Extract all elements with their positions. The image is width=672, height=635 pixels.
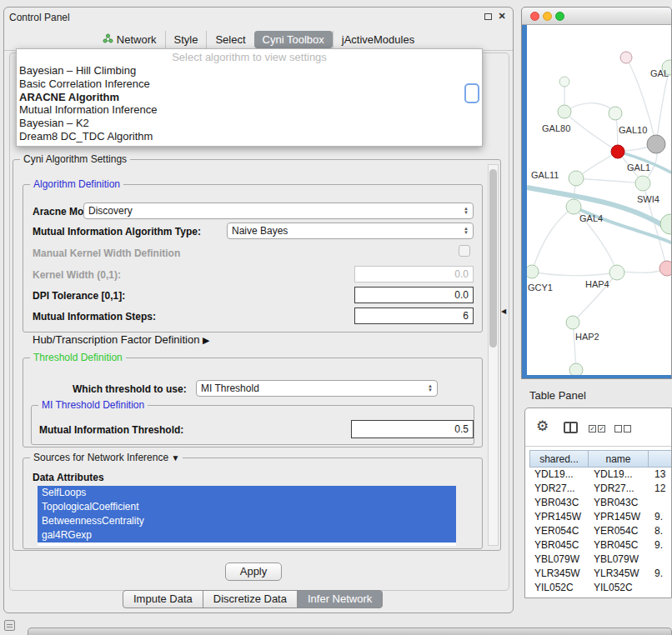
table-row[interactable]: YBR043C YBR043C — [530, 496, 672, 510]
collapsed-bottom-panel-bar[interactable] — [28, 628, 672, 635]
table-panel-window: ⚙ ✓✓ shared... name YDL19... YDL19... 13… — [524, 408, 672, 598]
cell-value: 9. — [650, 567, 672, 581]
table-row[interactable]: YDR27... YDR27... 12 — [530, 482, 672, 496]
algorithm-option-selected[interactable]: ARACNE Algorithm — [17, 91, 482, 104]
columns-icon[interactable] — [564, 422, 578, 433]
node-label: GAL4 — [579, 213, 603, 223]
tab-cyni-toolbox-label: Cyni Toolbox — [263, 33, 324, 46]
network-window-titlebar[interactable] — [522, 8, 671, 25]
network-node[interactable] — [609, 265, 624, 280]
network-node[interactable] — [566, 199, 581, 214]
hub-section-label: Hub/Transcription Factor Definition — [33, 333, 199, 346]
cell-shared-name: YBL079W — [530, 552, 589, 567]
deselect-all-checks-icon[interactable] — [614, 425, 631, 432]
tab-jactivemodules-label: jActiveModules — [342, 33, 414, 46]
algorithm-option[interactable]: Mutual Information Inference — [17, 103, 482, 117]
attribute-item-selected[interactable]: gal4RGexp — [38, 528, 456, 542]
table-panel-title: Table Panel — [529, 389, 586, 402]
splitter-collapse-icon[interactable]: ◀ — [501, 308, 506, 315]
select-all-checks-icon[interactable]: ✓✓ — [589, 425, 605, 432]
cell-shared-name: YBR043C — [530, 496, 589, 510]
kernel-width-field[interactable]: 0.0 — [354, 266, 474, 282]
column-header-shared-name[interactable]: shared... — [529, 450, 589, 468]
network-node[interactable] — [569, 363, 583, 375]
apply-button[interactable]: Apply — [225, 562, 282, 581]
show-panel-icon[interactable] — [4, 620, 15, 631]
zoom-traffic-light-icon[interactable] — [555, 12, 564, 21]
column-header-name[interactable]: name — [588, 450, 649, 468]
table-row[interactable]: YIL052C YIL052C — [530, 581, 672, 595]
attribute-item-selected[interactable]: TopologicalCoefficient — [38, 500, 456, 514]
attribute-item-selected[interactable]: SelfLoops — [38, 486, 456, 500]
tab-infer-network[interactable]: Infer Network — [297, 590, 383, 608]
chevron-down-icon: ▼ — [171, 453, 179, 462]
hub-section-header[interactable]: Hub/Transcription Factor Definition ▶ — [33, 333, 209, 346]
network-node[interactable] — [559, 77, 569, 87]
cell-value — [650, 581, 672, 595]
manual-kernel-width-label: Manual Kernel Width Definition — [33, 248, 180, 259]
mi-algorithm-type-select[interactable]: Naive Bayes ▲▼ — [227, 222, 474, 239]
which-threshold-select[interactable]: MI Threshold ▲▼ — [196, 380, 438, 397]
close-traffic-light-icon[interactable] — [530, 12, 539, 21]
network-node[interactable] — [569, 171, 584, 186]
algorithm-option[interactable]: Dream8 DC_TDC Algorithm — [17, 130, 482, 143]
tab-impute-data[interactable]: Impute Data — [123, 590, 203, 608]
network-canvas[interactable]: GAL GAL80 GAL10 GAL11 GAL1 SWI4 GAL4 GCY… — [527, 25, 672, 375]
table-row[interactable]: YBL079W YBL079W — [530, 552, 672, 567]
table-row[interactable]: YER054C YER054C 8. — [530, 524, 672, 538]
data-attributes-list[interactable]: SelfLoops TopologicalCoefficient Between… — [38, 486, 456, 546]
column-header-truncated[interactable] — [648, 450, 672, 468]
cell-value: 12 — [650, 482, 672, 496]
network-node[interactable] — [558, 105, 571, 118]
network-node[interactable] — [620, 52, 632, 63]
table-row[interactable]: YBR045C YBR045C 9. — [530, 538, 672, 552]
settings-scrollbar-thumb[interactable] — [489, 169, 497, 348]
tab-style[interactable]: Style — [165, 31, 207, 48]
cell-shared-name: YPR145W — [530, 510, 589, 524]
attribute-item-selected[interactable]: BetweennessCentrality — [38, 514, 456, 528]
table-row[interactable]: YDL19... YDL19... 13 — [530, 468, 672, 482]
aracne-mode-select[interactable]: Discovery ▲▼ — [83, 202, 474, 219]
network-node-gal10[interactable] — [647, 135, 665, 153]
tab-cyni-toolbox[interactable]: Cyni Toolbox — [254, 31, 333, 48]
cell-shared-name: YLR345W — [530, 567, 589, 581]
table-row[interactable]: YPR145W YPR145W 9. — [530, 510, 672, 524]
tab-network[interactable]: Network — [94, 31, 165, 48]
cyni-algorithm-settings-title: Cyni Algorithm Settings — [20, 153, 130, 165]
network-node[interactable] — [635, 176, 650, 191]
network-node[interactable] — [527, 265, 539, 278]
control-panel-window: Control Panel ✕ Network S — [3, 7, 514, 613]
cell-name: YBL079W — [589, 552, 650, 567]
cell-value: 9. — [650, 538, 672, 552]
network-node[interactable] — [659, 261, 672, 276]
table-row[interactable]: YLR345W YLR345W 9. — [530, 567, 672, 581]
sources-group-title[interactable]: Sources for Network Inference ▼ — [30, 452, 183, 463]
node-label: GAL — [650, 68, 669, 78]
tab-jactivemodules[interactable]: jActiveModules — [333, 31, 423, 48]
algorithm-option[interactable]: Bayesian – Hill Climbing — [17, 64, 482, 78]
help-button[interactable] — [464, 83, 479, 103]
network-node-selected[interactable] — [611, 145, 624, 158]
mi-steps-label: Mutual Information Steps: — [33, 311, 156, 322]
algorithm-option[interactable]: Bayesian – K2 — [17, 117, 482, 130]
tab-select[interactable]: Select — [206, 31, 253, 48]
network-node[interactable] — [609, 107, 622, 120]
mi-steps-field[interactable]: 6 — [354, 308, 474, 324]
node-label: GCY1 — [528, 282, 553, 292]
cell-shared-name: YDR27... — [530, 482, 589, 496]
manual-kernel-width-checkbox[interactable] — [459, 245, 470, 257]
mi-threshold-field[interactable]: 0.5 — [351, 420, 474, 438]
cell-name: YBR043C — [589, 496, 650, 510]
settings-scrollbar[interactable] — [488, 164, 499, 546]
algorithm-option[interactable]: Basic Correlation Inference — [17, 78, 482, 91]
network-node[interactable] — [660, 214, 672, 234]
close-icon[interactable]: ✕ — [497, 11, 507, 21]
tab-discretize-data[interactable]: Discretize Data — [203, 590, 298, 608]
float-window-icon[interactable] — [484, 13, 492, 20]
minimize-traffic-light-icon[interactable] — [543, 12, 552, 21]
dpi-tolerance-field[interactable]: 0.0 — [354, 287, 474, 303]
sources-title-label: Sources for Network Inference — [33, 452, 168, 463]
network-node[interactable] — [566, 316, 579, 329]
gear-icon[interactable]: ⚙ — [536, 418, 549, 435]
mi-algorithm-type-value: Naive Bayes — [232, 225, 288, 237]
